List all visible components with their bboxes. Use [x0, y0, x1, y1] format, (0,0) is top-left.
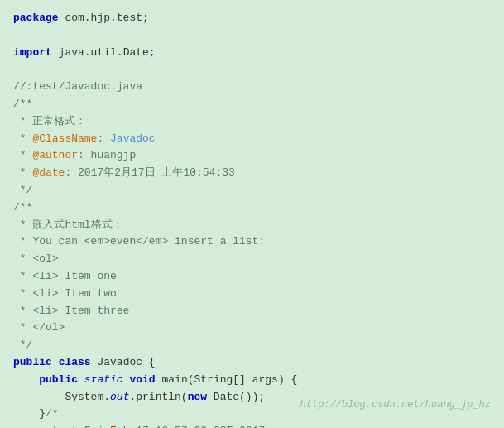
code-line-18: * <li> Item three: [13, 303, 491, 320]
code-line-12: /**: [13, 200, 491, 217]
code-line-15: * <ol>: [13, 251, 491, 268]
code-line-16: * <li> Item one: [13, 268, 491, 286]
code-line-9: * @author: huangjp: [13, 147, 491, 165]
code-line-14: * You can <em>even</em> insert a list:: [13, 233, 491, 251]
code-line-22: public static void main(String[] args) {: [13, 372, 491, 389]
code-line-21: public class Javadoc {: [13, 354, 491, 372]
code-line-7: * 正常格式：: [13, 113, 491, 131]
watermark: http://blog.csdn.net/huang_jp_hz: [300, 397, 491, 413]
code-line-10: * @date: 2017年2月17日 上午10:54:33: [13, 165, 491, 182]
code-line-11: */: [13, 182, 491, 200]
code-line-8: * @ClassName: Javadoc: [13, 131, 491, 148]
code-editor: package com.hjp.test; import java.util.D…: [0, 0, 504, 428]
code-line-3: import java.util.Date;: [13, 45, 491, 62]
code-line-1: package com.hjp.test;: [13, 10, 491, 27]
code-line-6: /**: [13, 96, 491, 113]
code-line-13: * 嵌入式html格式：: [13, 217, 491, 234]
code-line-4: [13, 61, 491, 79]
code-line-20: */: [13, 337, 491, 354]
code-line-5: //:test/Javadoc.java: [13, 79, 491, 96]
code-line-19: * </ol>: [13, 320, 491, 337]
code-line-2: [13, 27, 491, 45]
code-line-25: output:Fri Feb 17 10:57:23 CST 2017: [13, 423, 491, 428]
code-line-17: * <li> Item two: [13, 286, 491, 303]
